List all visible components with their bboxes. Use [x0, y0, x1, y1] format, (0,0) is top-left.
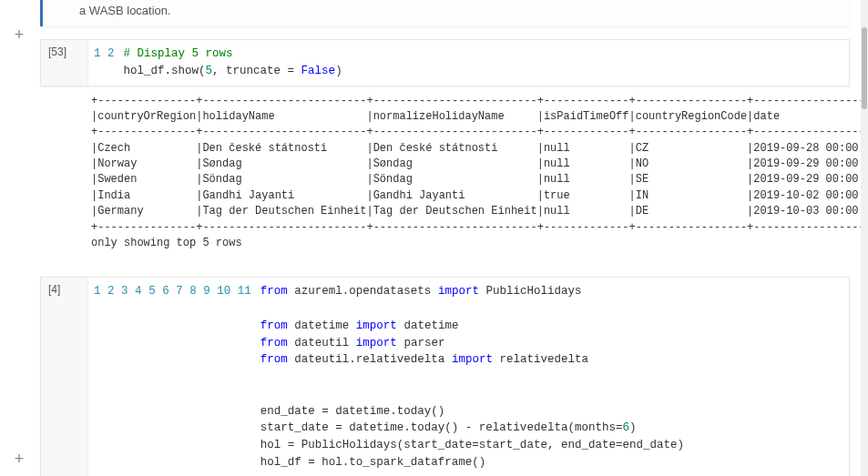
code-content[interactable]: # Display 5 rows hol_df.show(5, truncate…: [124, 46, 849, 80]
line-gutter: 1 2 3 4 5 6 7 8 9 10 11: [88, 283, 260, 471]
add-cell-button[interactable]: +: [11, 451, 27, 468]
info-banner: a WASB location.: [40, 0, 850, 26]
plus-icon: +: [15, 25, 25, 44]
code-editor[interactable]: 1 2 3 4 5 6 7 8 9 10 11 from azureml.ope…: [88, 278, 849, 476]
info-banner-text: a WASB location.: [79, 4, 171, 17]
vertical-scrollbar[interactable]: [861, 0, 868, 476]
code-cell[interactable]: [4] 1 2 3 4 5 6 7 8 9 10 11 from azureml…: [40, 277, 850, 476]
line-gutter: 1 2: [88, 46, 124, 80]
add-cell-button[interactable]: +: [11, 27, 27, 44]
code-editor[interactable]: 1 2 # Display 5 rows hol_df.show(5, trun…: [88, 40, 849, 86]
code-content[interactable]: from azureml.opendatasets import PublicH…: [260, 283, 849, 471]
scrollbar-thumb[interactable]: [862, 27, 867, 109]
execution-count: [53]: [41, 40, 88, 86]
plus-icon: +: [15, 450, 25, 468]
execution-count: [4]: [41, 278, 88, 476]
cell-output: +---------------+-----------------------…: [40, 94, 850, 252]
code-cell[interactable]: [53] 1 2 # Display 5 rows hol_df.show(5,…: [40, 39, 850, 86]
